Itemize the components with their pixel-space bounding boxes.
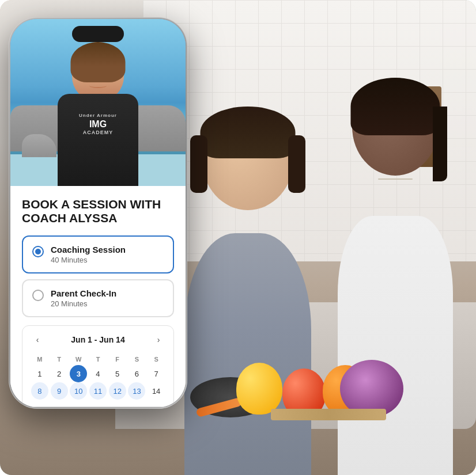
coach-head — [72, 42, 124, 100]
coach-photo: Under Armour IMG ACADEMY — [10, 19, 186, 186]
calendar-next-button[interactable]: › — [152, 333, 165, 347]
shirt-img: IMG — [79, 119, 117, 130]
coach-figure: Under Armour IMG ACADEMY — [46, 42, 150, 186]
cal-day-5[interactable]: 5 — [109, 365, 126, 382]
cal-day-6[interactable]: 6 — [128, 365, 145, 382]
day-header-mon: M — [31, 354, 49, 365]
yellow-pepper — [236, 363, 282, 415]
radio-parent[interactable] — [32, 290, 44, 301]
cal-day-11[interactable]: 11 — [89, 382, 107, 400]
option-parent-duration: 20 Minutes — [51, 299, 116, 308]
calendar-week-1: 1 2 3 4 5 6 7 — [31, 365, 165, 382]
cutting-board — [271, 409, 386, 420]
dynamic-island — [72, 26, 124, 42]
cal-day-4[interactable]: 4 — [89, 365, 107, 382]
session-option-coaching[interactable]: Coaching Session 40 Minutes — [22, 235, 174, 273]
option-parent-label: Parent Check-In — [51, 288, 116, 298]
cal-day-9[interactable]: 9 — [51, 382, 68, 400]
phone-screen: Under Armour IMG ACADEMY BOOK A SESSION … — [10, 19, 186, 407]
day-header-sat: S — [128, 354, 146, 365]
person2-head — [352, 78, 439, 176]
option-coaching-label: Coaching Session — [51, 245, 126, 254]
person1-hair — [201, 107, 296, 158]
coach-smile — [89, 83, 107, 88]
option-parent-info: Parent Check-In 20 Minutes — [51, 288, 116, 308]
calendar-day-headers: M T W T F S S — [31, 354, 165, 365]
option-coaching-info: Coaching Session 40 Minutes — [51, 245, 126, 264]
coach-hair-top — [71, 42, 126, 82]
radio-coaching-fill — [35, 249, 41, 254]
calendar-range-label: Jun 1 - Jun 14 — [71, 335, 124, 344]
shirt-academy: ACADEMY — [79, 130, 117, 136]
cal-day-7[interactable]: 7 — [148, 365, 165, 382]
radio-coaching[interactable] — [32, 246, 44, 257]
person1-head — [202, 107, 294, 210]
cal-day-13[interactable]: 13 — [128, 382, 145, 400]
person1-hair-left — [190, 135, 207, 193]
session-option-parent[interactable]: Parent Check-In 20 Minutes — [22, 279, 174, 317]
person1-hair-right — [288, 135, 305, 193]
booking-title: BOOK A SESSION WITH COACH ALYSSA — [22, 197, 174, 225]
shirt-brand: Under Armour — [79, 113, 117, 118]
coach-shirt-text: Under Armour IMG ACADEMY — [79, 111, 117, 136]
coach-shirt: Under Armour IMG ACADEMY — [58, 94, 138, 186]
cal-day-3-selected[interactable]: 3 — [70, 365, 87, 382]
calendar-prev-button[interactable]: ‹ — [31, 333, 44, 347]
day-header-fri: F — [108, 354, 127, 365]
cal-day-14[interactable]: 14 — [148, 382, 165, 400]
cal-day-10[interactable]: 10 — [70, 382, 87, 400]
person2-necklace — [378, 178, 413, 180]
cal-day-2[interactable]: 2 — [51, 365, 68, 382]
calendar-section: ‹ Jun 1 - Jun 14 › M T W T F S S 1 — [22, 325, 174, 407]
person2-hair-top — [351, 78, 440, 135]
day-header-sun: S — [147, 354, 165, 365]
day-header-thu: T — [89, 354, 107, 365]
person2-body — [338, 216, 453, 475]
calendar-header: ‹ Jun 1 - Jun 14 › — [31, 333, 165, 347]
phone-frame: Under Armour IMG ACADEMY BOOK A SESSION … — [9, 17, 187, 409]
phone-content-area: BOOK A SESSION WITH COACH ALYSSA Coachin… — [10, 186, 186, 407]
option-coaching-duration: 40 Minutes — [51, 256, 126, 264]
cal-day-1[interactable]: 1 — [31, 365, 48, 382]
cal-day-12[interactable]: 12 — [109, 382, 126, 400]
food-area — [190, 351, 409, 420]
person2-hair-right — [433, 107, 447, 181]
day-header-wed: W — [69, 354, 88, 365]
cal-day-8[interactable]: 8 — [31, 382, 48, 400]
calendar-week-2: 8 9 10 11 12 13 14 — [31, 382, 165, 400]
day-header-tue: T — [50, 354, 69, 365]
